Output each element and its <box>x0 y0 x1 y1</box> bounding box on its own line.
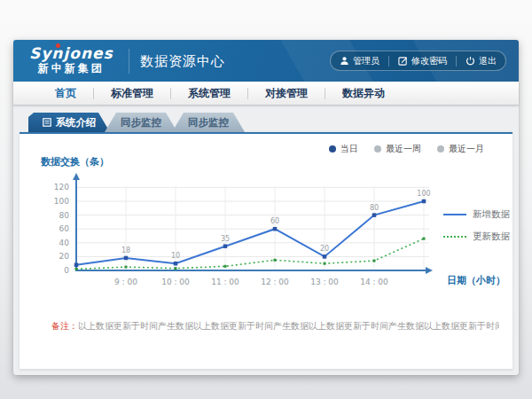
svg-text:120: 120 <box>54 183 69 192</box>
radio-dot-icon <box>437 145 444 153</box>
svg-text:35: 35 <box>221 235 230 243</box>
legend-line-dotted-icon <box>443 236 466 238</box>
chart-legend: 新增数据 更新数据 <box>443 208 510 253</box>
tab-label: 同步监控 <box>121 116 161 129</box>
svg-text:60: 60 <box>270 217 279 225</box>
document-icon <box>43 118 51 127</box>
main-nav: 首页 标准管理 系统管理 对接管理 数据异动 <box>13 82 519 106</box>
svg-text:80: 80 <box>59 211 70 220</box>
nav-item-home[interactable]: 首页 <box>38 86 93 101</box>
svg-text:12 : 00: 12 : 00 <box>261 278 289 286</box>
svg-text:14 : 00: 14 : 00 <box>360 278 388 286</box>
x-axis-title: 日期（小时） <box>447 274 505 287</box>
header-divider <box>129 49 129 74</box>
tab-label: 同步监控 <box>188 116 229 129</box>
chart-panel: 当日 最近一周 最近一月 数据交换（条） 0204060801001209 : … <box>20 132 512 369</box>
svg-text:40: 40 <box>59 239 70 247</box>
app-window: Synjones 新中新集团 数据资源中心 管理员 修改密码 退出 首页 标准 <box>13 40 519 375</box>
svg-text:80: 80 <box>370 204 379 212</box>
line-chart: 0204060801001209 : 0010 : 0011 : 0012 : … <box>32 166 449 290</box>
svg-text:11 : 00: 11 : 00 <box>211 278 239 286</box>
change-password-label: 修改密码 <box>411 55 447 67</box>
logo-red-dot-icon <box>56 43 60 48</box>
logout-button[interactable]: 退出 <box>457 55 505 67</box>
content-area: 系统介绍 同步监控 同步监控 当日 最近一周 <box>13 106 519 374</box>
change-password-button[interactable]: 修改密码 <box>389 55 456 67</box>
legend-label: 更新数据 <box>473 231 510 243</box>
logo-brand-cn: 新中新集团 <box>29 62 113 75</box>
radio-today[interactable]: 当日 <box>329 143 358 155</box>
svg-text:20: 20 <box>320 245 329 253</box>
tab-bar: 系统介绍 同步监控 同步监控 <box>28 113 512 132</box>
radio-dot-icon <box>329 145 336 153</box>
company-logo: Synjones 新中新集团 <box>29 45 113 75</box>
nav-item-data-change[interactable]: 数据异动 <box>325 86 402 101</box>
tab-label: 系统介绍 <box>56 116 97 129</box>
footnote-text: 以上数据更新于时间产生数据以上数据更新于时间产生数据以上数据更新于时间产生数据以… <box>78 321 499 331</box>
legend-line-solid-icon <box>443 214 466 215</box>
user-icon <box>340 56 349 66</box>
nav-item-interface-mgmt[interactable]: 对接管理 <box>248 86 325 101</box>
legend-item-new-data: 新增数据 <box>443 208 510 221</box>
page-title: 数据资源中心 <box>140 53 225 70</box>
tab-sync-monitor-1[interactable]: 同步监控 <box>105 113 177 132</box>
legend-label: 新增数据 <box>473 208 510 221</box>
svg-text:60: 60 <box>59 224 70 233</box>
logo-brand-en: Synjones <box>29 45 113 62</box>
tab-sync-monitor-2[interactable]: 同步监控 <box>172 113 245 132</box>
power-icon <box>466 56 475 66</box>
radio-label: 当日 <box>340 143 358 155</box>
user-menu: 管理员 修改密码 退出 <box>330 51 506 71</box>
nav-item-standard-mgmt[interactable]: 标准管理 <box>94 86 170 101</box>
time-range-filter: 当日 最近一周 最近一月 <box>329 143 484 155</box>
radio-label: 最近一月 <box>449 143 484 155</box>
user-account-label: 管理员 <box>353 55 379 67</box>
svg-text:9 : 00: 9 : 00 <box>114 278 137 286</box>
svg-text:100: 100 <box>54 197 69 206</box>
tab-system-intro[interactable]: 系统介绍 <box>28 113 110 132</box>
footnote-prefix: 备注： <box>51 321 78 331</box>
footnote: 备注：以上数据更新于时间产生数据以上数据更新于时间产生数据以上数据更新于时间产生… <box>51 320 499 332</box>
radio-label: 最近一周 <box>386 143 421 155</box>
radio-last-week[interactable]: 最近一周 <box>374 143 421 155</box>
edit-icon <box>398 56 408 66</box>
logout-label: 退出 <box>479 55 497 67</box>
user-account-button[interactable]: 管理员 <box>331 55 388 67</box>
svg-text:10: 10 <box>171 252 180 260</box>
radio-last-month[interactable]: 最近一月 <box>437 143 484 155</box>
svg-text:10 : 00: 10 : 00 <box>161 278 190 286</box>
nav-item-system-mgmt[interactable]: 系统管理 <box>171 86 247 101</box>
radio-dot-icon <box>374 145 381 153</box>
svg-text:20: 20 <box>59 252 70 261</box>
svg-text:18: 18 <box>121 246 130 254</box>
svg-text:0: 0 <box>64 266 69 275</box>
legend-item-update-data: 更新数据 <box>443 231 510 243</box>
svg-text:100: 100 <box>417 190 430 198</box>
app-header: Synjones 新中新集团 数据资源中心 管理员 修改密码 退出 <box>13 40 519 82</box>
svg-text:13 : 00: 13 : 00 <box>310 278 339 286</box>
